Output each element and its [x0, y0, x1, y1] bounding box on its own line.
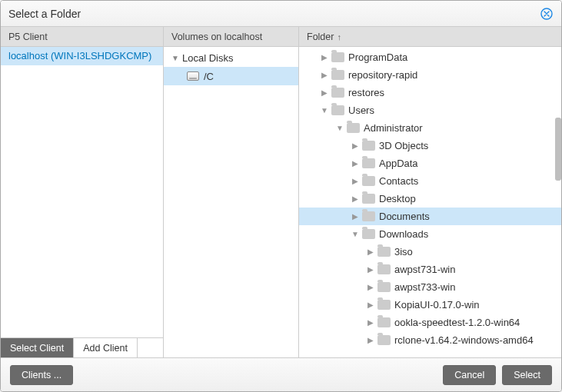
chevron-right-icon[interactable]: ▶	[350, 194, 361, 203]
chevron-right-icon[interactable]: ▶	[365, 265, 376, 274]
folder-label: Administrator	[364, 122, 423, 134]
chevron-right-icon[interactable]: ▶	[319, 53, 330, 61]
sort-ascending-icon: ↑	[337, 32, 341, 42]
volume-list: ▼ Local Disks /C	[164, 47, 298, 357]
chevron-right-icon[interactable]: ▶	[365, 247, 376, 256]
select-button[interactable]: Select	[502, 365, 552, 385]
dialog-body: P5 Client localhost (WIN-I3LSHDGKCMP) Se…	[1, 27, 561, 357]
folder-row[interactable]: ▶awpst733-win	[299, 278, 561, 296]
chevron-down-icon: ▼	[170, 54, 181, 62]
folder-icon	[377, 247, 391, 257]
folder-icon	[331, 52, 344, 62]
folder-column-header[interactable]: Folder ↑	[299, 27, 561, 47]
folder-label: 3iso	[394, 246, 413, 257]
folder-icon	[377, 317, 391, 327]
scrollbar-thumb[interactable]	[555, 118, 561, 181]
folder-icon	[331, 88, 344, 98]
clients-button[interactable]: Clients ...	[10, 365, 73, 385]
folder-icon	[362, 158, 375, 168]
volumes-column: Volumes on localhost ▼ Local Disks /C	[164, 27, 299, 357]
chevron-right-icon[interactable]: ▶	[319, 71, 330, 79]
close-button[interactable]	[540, 7, 554, 21]
folder-row[interactable]: ▶3iso	[299, 243, 561, 261]
folder-icon	[377, 264, 391, 274]
volume-root-local-disks[interactable]: ▼ Local Disks	[164, 48, 298, 67]
folder-row[interactable]: ▼Downloads	[299, 225, 561, 243]
folder-label: KopiaUI-0.17.0-win	[394, 299, 480, 311]
folder-label: awpst733-win	[394, 281, 456, 293]
folder-icon	[377, 282, 391, 292]
folder-label: rclone-v1.64.2-windows-amd64	[394, 334, 534, 346]
folder-row[interactable]: ▼Administrator	[299, 119, 561, 137]
folder-row[interactable]: ▶3D Objects	[299, 137, 561, 154]
folder-label: Users	[348, 105, 374, 116]
tab-select-client[interactable]: Select Client	[1, 338, 74, 357]
folder-label: 3D Objects	[379, 140, 428, 151]
folder-icon	[362, 211, 375, 221]
chevron-down-icon[interactable]: ▼	[334, 124, 345, 132]
volume-item-label: /C	[204, 71, 214, 82]
folder-label: Desktop	[379, 193, 416, 204]
folder-icon	[362, 141, 375, 151]
folder-label: Documents	[379, 211, 430, 222]
volumes-column-header: Volumes on localhost	[164, 27, 298, 47]
chevron-right-icon[interactable]: ▶	[365, 336, 376, 344]
folder-row[interactable]: ▶Desktop	[299, 190, 561, 208]
chevron-down-icon[interactable]: ▼	[319, 106, 330, 115]
folder-icon	[331, 70, 344, 80]
folder-label: restores	[348, 87, 384, 98]
folder-icon	[362, 176, 375, 186]
folder-row[interactable]: ▶KopiaUI-0.17.0-win	[299, 296, 561, 314]
folder-row[interactable]: ▶restores	[299, 84, 561, 101]
cancel-button[interactable]: Cancel	[443, 365, 496, 385]
client-row[interactable]: localhost (WIN-I3LSHDGKCMP)	[1, 47, 163, 65]
dialog-title: Select a Folder	[8, 8, 540, 20]
folder-label: ookla-speedtest-1.2.0-win64	[394, 317, 520, 328]
folder-label: Contacts	[379, 175, 418, 187]
volume-item[interactable]: /C	[164, 67, 298, 85]
chevron-down-icon[interactable]: ▼	[350, 230, 361, 238]
folder-row[interactable]: ▶ProgramData	[299, 48, 561, 66]
select-folder-dialog: Select a Folder P5 Client localhost (WIN…	[0, 0, 562, 392]
folder-icon	[331, 105, 344, 115]
client-tabbar: Select Client Add Client	[1, 337, 163, 357]
chevron-right-icon[interactable]: ▶	[350, 212, 361, 221]
client-list: localhost (WIN-I3LSHDGKCMP)	[1, 47, 163, 337]
folder-row[interactable]: ▶Contacts	[299, 172, 561, 190]
folder-label: AppData	[379, 158, 418, 169]
tab-add-client[interactable]: Add Client	[74, 338, 138, 357]
disk-icon	[187, 71, 199, 81]
chevron-right-icon[interactable]: ▶	[350, 141, 361, 150]
dialog-footer: Clients ... Cancel Select	[1, 357, 561, 391]
folder-label: Downloads	[379, 228, 428, 240]
chevron-right-icon[interactable]: ▶	[319, 88, 330, 97]
title-bar: Select a Folder	[1, 1, 561, 27]
folder-row[interactable]: ▶rclone-v1.64.2-windows-amd64	[299, 331, 561, 349]
chevron-right-icon[interactable]: ▶	[350, 159, 361, 168]
chevron-right-icon[interactable]: ▶	[365, 283, 376, 291]
folder-label: awpst731-win	[394, 264, 456, 275]
folder-icon	[377, 300, 391, 310]
folder-label: ProgramData	[348, 51, 407, 63]
folder-icon	[362, 194, 375, 204]
folder-tree[interactable]: ▶ProgramData▶repository-rapid▶restores▼U…	[299, 47, 561, 357]
client-column-header: P5 Client	[1, 27, 163, 47]
chevron-right-icon[interactable]: ▶	[365, 318, 376, 327]
chevron-right-icon[interactable]: ▶	[365, 301, 376, 309]
volume-root-label: Local Disks	[182, 52, 233, 64]
folder-label: repository-rapid	[348, 69, 417, 81]
folder-icon	[377, 335, 391, 345]
folder-row[interactable]: ▶awpst731-win	[299, 261, 561, 278]
folder-row[interactable]: ▶Documents	[299, 208, 561, 225]
folder-row[interactable]: ▶repository-rapid	[299, 66, 561, 84]
close-icon	[540, 8, 553, 20]
folder-column: Folder ↑ ▶ProgramData▶repository-rapid▶r…	[299, 27, 561, 357]
chevron-right-icon[interactable]: ▶	[350, 177, 361, 185]
folder-row[interactable]: ▶AppData	[299, 154, 561, 172]
folder-row[interactable]: ▶ookla-speedtest-1.2.0-win64	[299, 314, 561, 331]
folder-icon	[362, 229, 375, 239]
client-column: P5 Client localhost (WIN-I3LSHDGKCMP) Se…	[1, 27, 164, 357]
folder-icon	[347, 123, 360, 133]
client-row-label: localhost (WIN-I3LSHDGKCMP)	[8, 50, 151, 61]
folder-row[interactable]: ▼Users	[299, 101, 561, 119]
